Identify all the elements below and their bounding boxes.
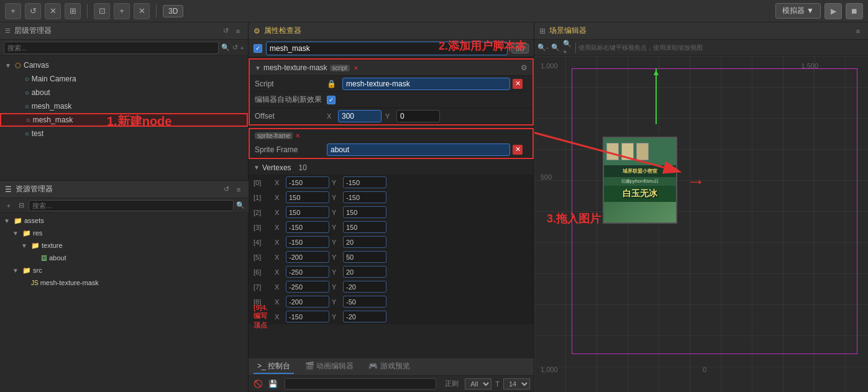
test-icon: ○ — [25, 130, 29, 137]
scene-canvas[interactable]: 1,000 1,500 500 1,000 0 ▲ 域界联盟小密室 — [534, 56, 868, 392]
console-input[interactable] — [285, 378, 436, 390]
vertex-row-3: [3] X Y — [249, 220, 534, 235]
label-bottom-left: 1,000 — [541, 366, 558, 373]
v4-x-input[interactable] — [286, 236, 329, 248]
console-save-btn[interactable]: 💾 — [267, 378, 278, 390]
mesh-mask-sel-arrow — [16, 117, 24, 124]
console-mode-label: 正则 — [442, 379, 461, 388]
script-input-row: ✕ — [342, 78, 523, 90]
v3-y-input[interactable] — [343, 221, 386, 233]
v4-y-input[interactable] — [343, 236, 386, 248]
script-clear-btn[interactable]: ✕ — [513, 79, 523, 89]
asset-res[interactable]: ▼ 📁 res — [0, 227, 249, 239]
sprite-frame-input[interactable] — [327, 144, 510, 156]
add-small-icon[interactable]: + — [240, 44, 244, 52]
prop-header: ⚙ 属性检查器 — [249, 22, 534, 40]
v5-y-input[interactable] — [343, 251, 386, 263]
console-filter-dropdown[interactable]: All — [465, 378, 491, 390]
add-btn[interactable]: + — [5, 3, 21, 19]
v9-y-input[interactable] — [343, 311, 386, 322]
tree-item-about[interactable]: ○ about — [0, 86, 248, 99]
vertexes-header[interactable]: ▼ Vertexes 10 — [249, 160, 534, 175]
prop-title: 属性检查器 — [264, 25, 301, 36]
component-header[interactable]: ▼ mesh-texture-mask script ✕ ⚙ — [250, 60, 532, 76]
zoom-out-btn[interactable]: 🔍- — [538, 43, 548, 53]
asset-assets[interactable]: ▼ 📁 assets — [0, 214, 249, 227]
vertex-row-7: [7] X Y — [249, 280, 534, 294]
del-btn[interactable]: ✕ — [134, 3, 150, 19]
scene-hint: 使用鼠标右键平移视焦点，使用滚轮缩放视图 — [578, 43, 703, 52]
tab-game-preview[interactable]: 🎮 游戏预览 — [365, 360, 413, 374]
v9-x-label: X — [275, 313, 283, 321]
assets-folder-icon: 📁 — [14, 217, 22, 225]
v2-x-input[interactable] — [286, 206, 329, 218]
refresh-btn[interactable]: ↺ — [25, 3, 41, 19]
add2-btn[interactable]: + — [114, 3, 130, 19]
console-clear-btn[interactable]: 🚫 — [252, 378, 263, 390]
v6-y-input[interactable] — [343, 266, 386, 278]
offset-y-input[interactable] — [396, 110, 440, 122]
grid-btn[interactable]: ⊞ — [65, 3, 81, 19]
v2-y-input[interactable] — [343, 206, 386, 218]
tree-item-mesh-mask-selected[interactable]: ○ mesh_mask 1.新建node — [0, 113, 248, 127]
v7-x-input[interactable] — [286, 281, 329, 293]
tree-item-canvas[interactable]: ▼ ⬡ Canvas — [0, 58, 248, 72]
simulate-btn[interactable]: 模拟器 ▼ — [775, 3, 821, 19]
assets-refresh[interactable]: ↺ — [221, 185, 231, 194]
transform-btn[interactable]: ⊡ — [94, 3, 110, 19]
asset-texture[interactable]: ▼ 📁 texture — [0, 239, 249, 252]
v5-x-input[interactable] — [286, 251, 329, 263]
offset-x-input[interactable] — [338, 110, 381, 122]
v9-y-label: Y — [332, 313, 340, 321]
hierarchy-refresh[interactable]: ↺ — [221, 26, 231, 36]
script-input[interactable] — [342, 78, 510, 90]
scene-axis-up-arrow: ▲ — [652, 67, 660, 77]
zoom-in-btn[interactable]: 🔍+ — [563, 43, 573, 53]
refresh-small-icon[interactable]: ↺ — [232, 43, 238, 52]
tree-item-test[interactable]: ○ test — [0, 127, 248, 140]
v0-x-input[interactable] — [286, 176, 329, 188]
tag-close-icon[interactable]: ✕ — [354, 65, 359, 71]
v1-y-input[interactable] — [343, 191, 386, 203]
v6-y-label: Y — [332, 268, 340, 276]
assets-add[interactable]: + — [4, 201, 14, 211]
v1-x-input[interactable] — [286, 191, 329, 203]
v9-x-input[interactable] — [286, 311, 329, 322]
v3-x-input[interactable] — [286, 221, 329, 233]
tree-item-main-camera[interactable]: ○ Main Camera — [0, 72, 248, 86]
hierarchy-menu[interactable]: ≡ — [233, 26, 243, 36]
v8-x-input[interactable] — [286, 296, 329, 308]
assets-sort[interactable]: ⊟ — [16, 201, 26, 211]
comp-gear-icon[interactable]: ⚙ — [521, 63, 528, 72]
v7-x-label: X — [275, 283, 283, 291]
assets-icon: ☰ — [5, 185, 12, 194]
hierarchy-search-input[interactable] — [4, 42, 219, 54]
mesh-mask-1-icon: ○ — [25, 103, 29, 110]
assets-menu[interactable]: ≡ — [234, 185, 244, 194]
asset-src[interactable]: ▼ 📁 src — [0, 264, 249, 276]
play-btn[interactable]: ▶ — [825, 3, 842, 19]
zoom-reset-btn[interactable]: 🔍 — [550, 43, 560, 53]
auto-refresh-checkbox[interactable]: ✓ — [327, 96, 336, 104]
asset-mesh-texture-mask[interactable]: JS mesh-texture-mask — [0, 276, 249, 289]
tab-animation[interactable]: 🎬 动画编辑器 — [301, 360, 357, 374]
tab-console[interactable]: >_ 控制台 — [254, 360, 294, 374]
mesh-mask-1-label: mesh_mask — [32, 102, 72, 111]
stop-btn[interactable]: ⏹ — [846, 3, 863, 19]
assets-search-icon[interactable]: 🔍 — [236, 201, 245, 209]
assets-search-input[interactable] — [29, 200, 234, 211]
tree-item-mesh-mask-1[interactable]: ○ mesh_mask — [0, 99, 248, 113]
node-active-checkbox[interactable]: ✓ — [254, 44, 262, 53]
v6-x-input[interactable] — [286, 266, 329, 278]
asset-about[interactable]: 🖼 about — [0, 252, 249, 264]
v8-y-input[interactable] — [343, 296, 386, 308]
search-icon[interactable]: 🔍 — [221, 43, 230, 52]
v7-y-input[interactable] — [343, 281, 386, 293]
sprite-tag-close[interactable]: ✕ — [295, 132, 300, 139]
close-btn[interactable]: ✕ — [45, 3, 61, 19]
v0-y-input[interactable] — [343, 176, 386, 188]
scene-menu[interactable]: ≡ — [853, 26, 863, 36]
sprite-frame-clear-btn[interactable]: ✕ — [513, 145, 523, 155]
3d-toggle[interactable]: 3D — [163, 5, 183, 17]
console-fontsize-dropdown[interactable]: 14 — [503, 378, 530, 390]
